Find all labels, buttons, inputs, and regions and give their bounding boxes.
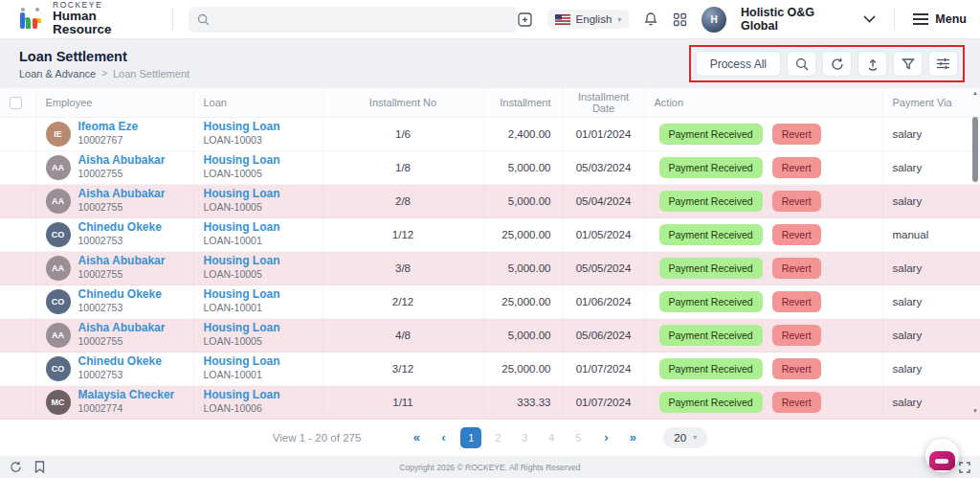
- page-next-button[interactable]: ›: [596, 430, 615, 444]
- payment-received-button[interactable]: Payment Received: [659, 157, 763, 178]
- filter-icon[interactable]: [893, 51, 923, 77]
- revert-button[interactable]: Revert: [772, 224, 821, 245]
- employee-name-link[interactable]: Aisha Abubakar: [78, 187, 166, 201]
- revert-button[interactable]: Revert: [772, 325, 821, 346]
- loan-name-link[interactable]: Housing Loan: [204, 287, 313, 302]
- installment-amount: 25,000.00: [483, 217, 563, 251]
- bookmark-add-icon[interactable]: [517, 11, 533, 28]
- loan-name-link[interactable]: Housing Loan: [204, 354, 313, 369]
- employee-id: 10002767: [78, 134, 139, 147]
- employee-id: 10002755: [78, 268, 166, 281]
- annotation-box: Process All: [689, 45, 965, 82]
- table-row: MCMalaysia Checker10002774Housing LoanLO…: [0, 385, 980, 419]
- employee-id: 10002753: [78, 369, 162, 381]
- employee-name-link[interactable]: Chinedu Okeke: [78, 354, 162, 369]
- revert-button[interactable]: Revert: [772, 191, 821, 212]
- installment-amount: 2,400.00: [483, 117, 563, 150]
- payment-received-button[interactable]: Payment Received: [659, 358, 763, 379]
- table-row: IEIfeoma Eze10002767Housing LoanLOAN-100…: [0, 117, 980, 150]
- page-last-button[interactable]: »: [623, 430, 642, 444]
- page-first-button[interactable]: «: [407, 430, 426, 444]
- payment-received-button[interactable]: Payment Received: [659, 224, 763, 245]
- payment-via: salary: [882, 318, 980, 352]
- search-icon[interactable]: [787, 51, 816, 77]
- revert-button[interactable]: Revert: [772, 358, 821, 379]
- refresh-icon[interactable]: [822, 51, 852, 77]
- scroll-down-icon[interactable]: ▼: [972, 408, 978, 414]
- payment-received-button[interactable]: Payment Received: [659, 392, 763, 413]
- chat-fab[interactable]: [925, 439, 959, 472]
- global-search[interactable]: [189, 7, 517, 33]
- employee-avatar: CO: [46, 222, 71, 247]
- page-button[interactable]: 4: [541, 427, 562, 448]
- payment-received-button[interactable]: Payment Received: [659, 191, 763, 212]
- payment-received-button[interactable]: Payment Received: [659, 325, 763, 346]
- payment-received-button[interactable]: Payment Received: [659, 258, 763, 279]
- page-prev-button[interactable]: ‹: [434, 430, 453, 444]
- bell-icon[interactable]: [643, 11, 658, 27]
- employee-name-link[interactable]: Malaysia Checker: [78, 388, 175, 402]
- revert-button[interactable]: Revert: [772, 291, 821, 312]
- apps-grid-icon[interactable]: [673, 12, 687, 27]
- employee-avatar: CO: [46, 356, 71, 381]
- table-row: COChinedu Okeke10002753Housing LoanLOAN-…: [0, 352, 980, 385]
- loan-name-link[interactable]: Housing Loan: [204, 120, 313, 134]
- pagination-summary: View 1 - 20 of 275: [273, 432, 362, 444]
- scroll-up-icon[interactable]: ▲: [972, 90, 978, 96]
- col-employee: Employee: [35, 88, 193, 117]
- loan-name-link[interactable]: Housing Loan: [204, 321, 313, 335]
- employee-name-link[interactable]: Chinedu Okeke: [78, 287, 162, 302]
- revert-button[interactable]: Revert: [772, 124, 821, 145]
- brand-logo[interactable]: ROCKEYE Human Resource: [17, 1, 157, 36]
- payment-via: salary: [882, 352, 980, 385]
- revert-button[interactable]: Revert: [772, 157, 821, 178]
- select-all-checkbox[interactable]: [10, 97, 22, 109]
- loan-name-link[interactable]: Housing Loan: [204, 220, 313, 235]
- installment-no: 2/12: [323, 285, 483, 318]
- page-header: Loan Settlement Loan & Advance > Loan Se…: [0, 39, 980, 88]
- employee-name-link[interactable]: Aisha Abubakar: [78, 254, 166, 268]
- employee-name-link[interactable]: Aisha Abubakar: [78, 153, 166, 168]
- footer: Copyright 2026 © ROCKEYE. All Rights Res…: [0, 456, 980, 478]
- language-selector[interactable]: English ▾: [547, 10, 630, 29]
- scrollbar-thumb[interactable]: [972, 117, 978, 182]
- breadcrumb-current: Loan Settlement: [113, 68, 189, 80]
- employee-avatar: AA: [46, 189, 71, 214]
- process-all-button[interactable]: Process All: [696, 51, 781, 77]
- page-numbers: 12345: [460, 427, 589, 448]
- fullscreen-icon[interactable]: [959, 462, 970, 473]
- payment-received-button[interactable]: Payment Received: [659, 291, 763, 312]
- global-search-input[interactable]: [216, 12, 508, 26]
- revert-button[interactable]: Revert: [772, 258, 821, 279]
- page-title: Loan Settlement: [19, 49, 189, 64]
- copyright-text: Copyright 2026 © ROCKEYE. All Rights Res…: [0, 463, 980, 472]
- payment-received-button[interactable]: Payment Received: [659, 124, 763, 145]
- installment-amount: 5,000.00: [483, 251, 563, 285]
- sliders-icon[interactable]: [928, 51, 958, 77]
- menu-button[interactable]: Menu: [913, 12, 967, 26]
- page-button[interactable]: 2: [487, 427, 508, 448]
- chevron-down-icon[interactable]: [863, 15, 876, 23]
- page-button[interactable]: 5: [568, 427, 589, 448]
- flag-us-icon: [555, 14, 570, 25]
- loan-code: LOAN-10005: [204, 201, 313, 214]
- loan-name-link[interactable]: Housing Loan: [204, 187, 313, 201]
- vertical-scrollbar[interactable]: ▲ ▼: [972, 90, 978, 414]
- page-size-select[interactable]: 20 ▾: [663, 427, 707, 448]
- breadcrumb-parent[interactable]: Loan & Advance: [19, 68, 96, 80]
- loan-code: LOAN-10001: [204, 235, 313, 247]
- employee-name-link[interactable]: Aisha Abubakar: [78, 321, 166, 335]
- user-avatar[interactable]: H: [702, 7, 726, 33]
- employee-name-link[interactable]: Ifeoma Eze: [78, 120, 139, 134]
- employee-name-link[interactable]: Chinedu Okeke: [78, 220, 162, 235]
- employee-id: 10002753: [78, 302, 162, 314]
- upload-icon[interactable]: [858, 51, 887, 77]
- loan-name-link[interactable]: Housing Loan: [204, 153, 313, 168]
- loan-name-link[interactable]: Housing Loan: [204, 254, 313, 268]
- revert-button[interactable]: Revert: [772, 392, 821, 413]
- hr-logo-icon: [17, 6, 44, 33]
- page-button[interactable]: 1: [460, 427, 481, 448]
- loan-name-link[interactable]: Housing Loan: [204, 388, 313, 402]
- page-button[interactable]: 3: [514, 427, 535, 448]
- breadcrumb-separator: >: [101, 68, 107, 79]
